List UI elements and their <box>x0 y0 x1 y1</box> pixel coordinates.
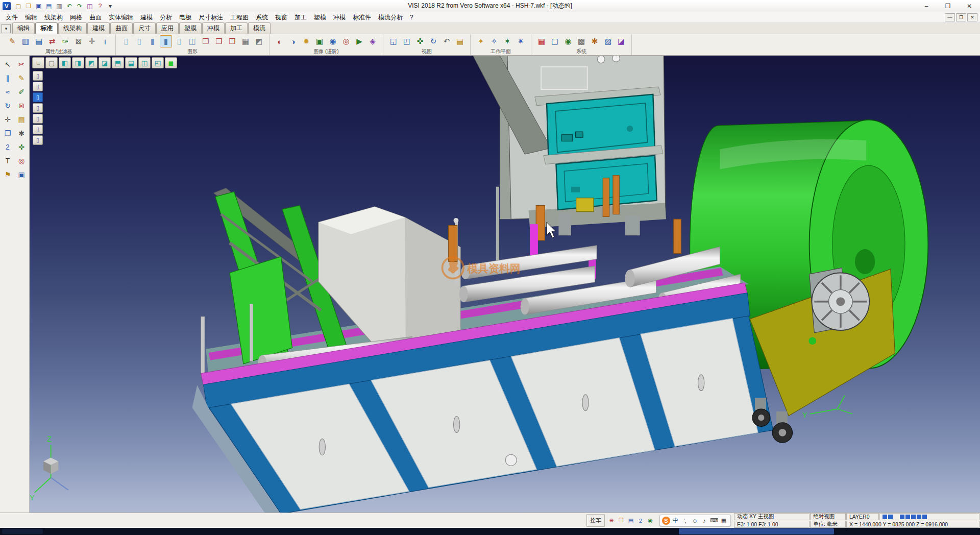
lighting-icon[interactable]: ✹ <box>300 35 312 47</box>
undo-icon[interactable]: ↶ <box>65 2 74 11</box>
reflection-icon[interactable]: ◑ <box>287 35 299 47</box>
viewport-preset-3[interactable]: ▯ <box>33 92 43 102</box>
tab-4[interactable]: 建模 <box>87 22 110 34</box>
offset-icon[interactable]: ∥ <box>1 71 14 85</box>
tools-icon[interactable]: ✱ <box>15 127 28 140</box>
tab-8[interactable]: 塑膜 <box>179 22 202 34</box>
text-icon[interactable]: T <box>1 154 14 167</box>
snap-circle-icon[interactable]: ◎ <box>15 154 28 167</box>
minimize-button[interactable]: – <box>916 0 937 12</box>
menu-item-10[interactable]: 尺寸标注 <box>195 13 227 22</box>
previous-view-icon[interactable]: ↶ <box>440 35 453 47</box>
help-icon[interactable]: ? <box>95 2 105 11</box>
view-cube-iso-icon[interactable]: ◫ <box>138 57 151 68</box>
machine-model[interactable]: Z Y Y 模具资料网 <box>30 56 980 513</box>
view-cube-bottom-icon[interactable]: ⬓ <box>125 57 137 68</box>
tab-6[interactable]: 尺寸 <box>133 22 156 34</box>
viewport-preset-7[interactable]: ▯ <box>33 135 43 145</box>
menu-item-1[interactable]: 文件 <box>2 13 21 22</box>
viewport-preset-2[interactable]: ▯ <box>33 82 43 91</box>
hidden-line-view-icon[interactable]: ▯ <box>133 35 145 47</box>
pan-icon[interactable]: ✜ <box>414 35 426 47</box>
preferences-icon[interactable]: ✱ <box>589 35 601 47</box>
section-view-icon[interactable]: ◫ <box>186 35 199 47</box>
mdi-restore-button[interactable]: ❐ <box>956 13 966 21</box>
texture-icon[interactable]: ▦ <box>239 35 252 47</box>
bounding-box-icon[interactable]: ❒ <box>200 35 212 47</box>
view-cube-back-icon[interactable]: ◨ <box>72 57 84 68</box>
filter-icon[interactable]: ▥ <box>19 35 32 47</box>
tray-control-icon[interactable]: ⊕ <box>607 517 616 525</box>
active-layer-status[interactable]: LAYER0 <box>846 513 879 520</box>
stereo-view-icon[interactable]: ◈ <box>366 35 379 47</box>
grid-icon[interactable]: ▩ <box>575 35 587 47</box>
notes-icon[interactable]: ▤ <box>15 113 28 126</box>
zoom-extents-icon[interactable]: ◱ <box>387 35 400 47</box>
rotate-icon[interactable]: ↻ <box>1 99 14 112</box>
open-file-icon[interactable]: ❒ <box>24 2 33 11</box>
shaded-view-icon[interactable]: ▮ <box>146 35 159 47</box>
ime-emoji-icon[interactable]: ☺ <box>690 516 699 525</box>
save-icon[interactable]: ▣ <box>34 2 43 11</box>
workplane-reset-icon[interactable]: ✷ <box>514 35 527 47</box>
measure-icon[interactable]: ✛ <box>1 113 14 126</box>
material-icon[interactable]: ◩ <box>253 35 265 47</box>
tab-11[interactable]: 模流 <box>248 22 271 34</box>
save-all-icon[interactable]: ▤ <box>44 2 54 11</box>
ime-voice-icon[interactable]: ♪ <box>700 516 709 525</box>
menu-item-3[interactable]: 线架构 <box>41 13 66 22</box>
menu-item-5[interactable]: 曲面 <box>86 13 105 22</box>
color-palette-icon[interactable]: ▦ <box>535 35 548 47</box>
workplane-by-entity-icon[interactable]: ✧ <box>488 35 500 47</box>
redo-icon[interactable]: ↷ <box>75 2 84 11</box>
tab-5[interactable]: 曲面 <box>110 22 133 34</box>
absolute-view-status[interactable]: 绝对视图 <box>810 513 846 520</box>
print-icon[interactable]: ▥ <box>55 2 64 11</box>
viewport-preset-1[interactable]: ▯ <box>33 71 43 81</box>
customize-toolbar-dropdown[interactable]: ▾ <box>106 2 115 11</box>
workplane-rotate-icon[interactable]: ✶ <box>501 35 513 47</box>
view-cube-right-icon[interactable]: ◪ <box>99 57 111 68</box>
menu-item-15[interactable]: 塑模 <box>310 13 330 22</box>
wireframe-view-icon[interactable]: ▯ <box>120 35 132 47</box>
taskbar-active-app[interactable] <box>679 528 834 534</box>
ime-toolbox-icon[interactable]: ▦ <box>719 516 728 525</box>
viewport-preset-5[interactable]: ▯ <box>33 114 43 124</box>
menu-item-4[interactable]: 网格 <box>66 13 86 22</box>
shaded-edges-view-icon[interactable]: ▮ <box>160 35 172 47</box>
tab-2[interactable]: 标准 <box>35 22 58 34</box>
layer-manager-icon[interactable]: ▤ <box>33 35 45 47</box>
view-cube-front-icon[interactable]: ◧ <box>59 57 71 68</box>
menu-item-17[interactable]: 标准件 <box>349 13 375 22</box>
viewport-preset-4[interactable]: ▯ <box>33 103 43 113</box>
workplane-standard-icon[interactable]: ✦ <box>475 35 487 47</box>
menu-item-19[interactable]: ? <box>406 14 417 21</box>
mdi-close-button[interactable]: ✕ <box>967 13 977 21</box>
paintbrush-icon[interactable]: ✑ <box>59 35 71 47</box>
solid-box-icon[interactable]: ❒ <box>1 127 14 140</box>
snap-status[interactable]: 拴车 <box>586 514 605 527</box>
table-edit-icon[interactable]: ▨ <box>602 35 614 47</box>
menu-item-12[interactable]: 系统 <box>252 13 272 22</box>
flag-icon[interactable]: ⚑ <box>1 168 14 181</box>
ime-logo-icon[interactable]: S <box>662 517 670 525</box>
swap-attributes-icon[interactable]: ⇄ <box>46 35 58 47</box>
menu-item-16[interactable]: 冲模 <box>330 13 349 22</box>
ime-punctuation-icon[interactable]: ’, <box>680 516 690 525</box>
toolbar-dropdown-button[interactable]: ▾ <box>2 24 11 33</box>
animation-icon[interactable]: ▶ <box>353 35 365 47</box>
menu-item-18[interactable]: 模流分析 <box>375 13 406 22</box>
curve-icon[interactable]: ≈ <box>1 85 14 99</box>
tab-7[interactable]: 应用 <box>156 22 179 34</box>
menu-item-14[interactable]: 加工 <box>291 13 310 22</box>
menu-item-8[interactable]: 分析 <box>156 13 176 22</box>
rotate-view-icon[interactable]: ↻ <box>427 35 439 47</box>
tray-display-icon[interactable]: ▤ <box>627 517 635 525</box>
world-icon[interactable]: ◉ <box>562 35 574 47</box>
view-blank-icon[interactable]: ▢ <box>45 57 58 68</box>
clipboard-icon[interactable]: ▣ <box>15 168 28 181</box>
transparent-view-icon[interactable]: ▯ <box>173 35 185 47</box>
tab-9[interactable]: 冲模 <box>202 22 225 34</box>
new-file-icon[interactable]: ▢ <box>14 2 23 11</box>
menu-item-6[interactable]: 实体编辑 <box>105 13 137 22</box>
